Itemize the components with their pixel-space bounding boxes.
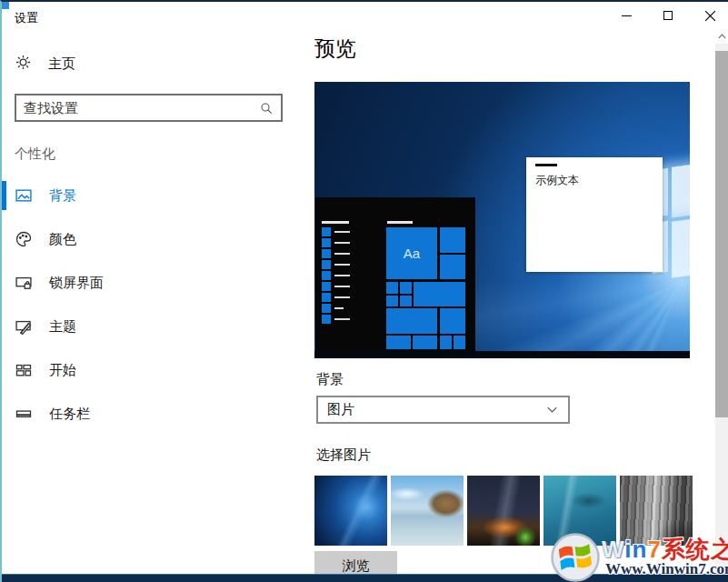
desktop-preview: Aa 示例文本 [314, 82, 690, 358]
start-tile [440, 255, 465, 279]
brand-digit: 7 [647, 536, 661, 563]
thumbnail-beach-rocks[interactable] [391, 476, 464, 546]
minimize-button[interactable] [605, 2, 647, 29]
window-corner-accent [2, 2, 9, 9]
start-tile [386, 282, 398, 294]
sidebar-item-taskbar[interactable]: 任务栏 [2, 396, 302, 432]
app-list [322, 227, 350, 326]
sidebar-item-label: 背景 [49, 187, 76, 205]
chevron-up-icon [718, 34, 726, 39]
start-tile [440, 336, 452, 349]
start-tile [413, 336, 437, 349]
sidebar-item-label: 锁屏界面 [49, 275, 104, 292]
windows-flag-icon [551, 533, 600, 582]
maximize-icon [663, 11, 673, 20]
start-tile [454, 336, 465, 349]
window-logo-pane [672, 218, 690, 278]
brand-suffix: 系统之家 [662, 536, 728, 563]
brand-letters: in [624, 536, 647, 563]
home-label: 主页 [48, 55, 75, 73]
start-tile [386, 296, 398, 306]
theme-brush-icon [15, 317, 33, 336]
dropdown-value: 图片 [327, 401, 354, 418]
scrollbar[interactable] [715, 29, 728, 582]
sidebar-item-themes[interactable]: 主题 [2, 308, 302, 345]
search-input[interactable] [16, 100, 259, 115]
sidebar-item-start[interactable]: 开始 [2, 352, 302, 388]
gear-icon [15, 54, 32, 75]
sidebar-item-home[interactable]: 主页 [15, 54, 75, 75]
sidebar-item-colors[interactable]: 颜色 [2, 221, 302, 257]
menu-header-line [322, 221, 349, 224]
winwin7-watermark: Win7系统之家 Www.Winwin7.com [551, 532, 728, 582]
sample-window: 示例文本 [526, 157, 663, 272]
start-tiles-icon [15, 361, 33, 379]
background-image-icon [15, 186, 33, 205]
background-section-label: 背景 [316, 371, 344, 388]
choose-picture-label: 选择图片 [316, 447, 371, 464]
palette-icon [15, 230, 33, 248]
chevron-down-icon [545, 403, 559, 416]
lockscreen-icon [15, 274, 33, 292]
close-icon [704, 10, 716, 22]
start-tile [440, 308, 465, 334]
start-tile [400, 282, 412, 294]
start-tile-aa: Aa [386, 227, 437, 279]
settings-window: 设置 主页 个性化 [0, 0, 728, 582]
taskbar-icon [15, 405, 33, 423]
thumbnail-windows-hero[interactable] [314, 476, 387, 546]
sidebar-item-background[interactable]: 背景 [2, 177, 302, 214]
start-tile [386, 308, 437, 334]
sidebar-item-label: 任务栏 [49, 406, 90, 423]
start-tile [386, 336, 411, 349]
sample-text: 示例文本 [535, 173, 579, 188]
preview-heading: 预览 [314, 35, 356, 63]
settings-search-box[interactable] [15, 94, 283, 122]
start-tile [414, 282, 465, 306]
sample-window-title-dash [535, 164, 557, 166]
tile-aa-label: Aa [404, 246, 420, 261]
start-tile [400, 296, 412, 306]
thumbnail-night-sky[interactable] [467, 476, 540, 546]
scroll-up-button[interactable] [715, 29, 728, 44]
start-menu-preview: Aa [315, 197, 475, 351]
sidebar-item-label: 主题 [49, 318, 76, 336]
minimize-icon [622, 15, 632, 16]
window-logo-pane [672, 164, 690, 218]
maximize-button[interactable] [647, 2, 689, 29]
sidebar-item-lockscreen[interactable]: 锁屏界面 [2, 265, 302, 301]
start-tile [440, 227, 465, 253]
sidebar-item-label: 颜色 [49, 231, 76, 248]
brand-letter: W [602, 536, 624, 563]
sidebar-item-label: 开始 [49, 362, 76, 379]
tiles-header-line [387, 221, 413, 224]
background-type-dropdown[interactable]: 图片 [316, 396, 570, 424]
window-title: 设置 [15, 10, 38, 26]
preview-taskbar [314, 351, 690, 358]
personalization-header: 个性化 [15, 146, 55, 163]
close-button[interactable] [689, 2, 728, 29]
watermark-url: Www.Winwin7.com [605, 560, 728, 578]
search-icon[interactable] [259, 101, 274, 115]
scrollbar-thumb[interactable] [715, 51, 728, 417]
